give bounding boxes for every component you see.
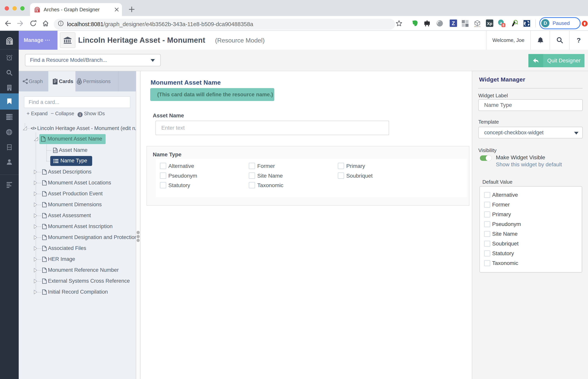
svg-text:8: 8	[503, 24, 504, 27]
svg-text:Z: Z	[452, 20, 455, 26]
svg-text:Xp: Xp	[487, 21, 492, 26]
svg-text:</>: </>	[54, 149, 57, 152]
svg-text:geojson.io: geojson.io	[474, 26, 480, 27]
